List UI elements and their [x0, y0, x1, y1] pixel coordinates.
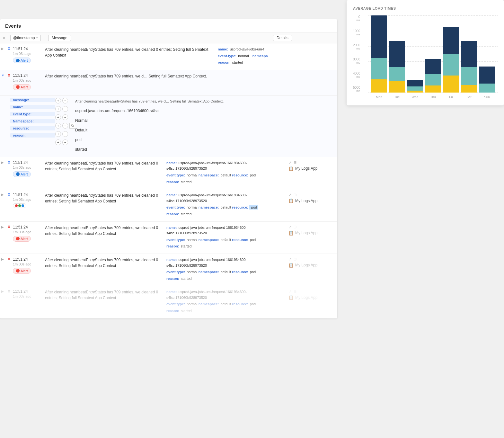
row1-message: After cleaning heartbeatEntryStates has … — [42, 43, 215, 70]
filter-exclude-eventtype[interactable]: − — [62, 114, 68, 120]
row4-badge[interactable] — [13, 203, 26, 208]
row7-app-link[interactable]: 📋 My Logs App — [288, 295, 317, 300]
y-label-1000: 1000 — [353, 30, 360, 33]
filter-exclude-name[interactable]: − — [62, 106, 68, 112]
row2-dot — [8, 74, 10, 76]
row2-message: After cleaning heartbeatEntryStates has … — [42, 70, 215, 95]
bar-group-thu — [425, 15, 441, 93]
row7-et-val: normal — [186, 302, 198, 306]
row4-et-key: event.type: — [166, 205, 185, 209]
filter-include-eventtype[interactable]: + — [55, 114, 61, 120]
row7-grid-icon[interactable]: ⊞ — [294, 290, 296, 294]
y-unit-2000: ms — [356, 47, 360, 50]
row7-dot — [8, 290, 10, 292]
row3-expand-icon[interactable]: ↗ — [288, 160, 292, 165]
row4-grid-icon[interactable]: ⊞ — [294, 193, 296, 197]
bar-stack-fri — [443, 22, 459, 93]
row6-grid-icon[interactable]: ⊞ — [294, 257, 296, 261]
ctrl-group-namespace: + − ⧉ — [55, 123, 75, 129]
filter-include-resource[interactable]: + — [55, 131, 61, 137]
row4-toggle[interactable]: ▶ — [0, 189, 8, 221]
row3-toggle[interactable]: ▶ — [0, 157, 8, 189]
row1-timestamp: 11:51:24 1m 03s ago 🔵 Alert — [10, 43, 42, 70]
y-label-2000: 2000 — [353, 44, 360, 47]
row2-toggle[interactable]: ▼ — [0, 70, 8, 95]
filter-include-reason[interactable]: + — [55, 139, 61, 145]
row1-name-key: name: — [218, 47, 228, 51]
row3-reason-key: reason: — [166, 180, 179, 184]
events-panel: Events ✕ @timestamp ▾ Message Details ▶ — [0, 19, 337, 318]
row5-grid-icon[interactable]: ⊞ — [294, 225, 296, 229]
row7-ns-key: namespace: — [199, 302, 219, 306]
row4-expand-icon[interactable]: ↗ — [288, 192, 292, 197]
row4-app-link[interactable]: 📋 My Logs App — [288, 198, 317, 203]
bar-stack-wed — [407, 62, 423, 93]
row5-dot — [8, 226, 10, 228]
field-val-reason: started — [75, 146, 327, 153]
row1-dot — [8, 47, 10, 50]
row5-expand-icon[interactable]: ↗ — [288, 225, 292, 229]
filter-include-message[interactable]: + — [55, 98, 61, 103]
row1-toggle[interactable]: ▶ — [0, 43, 8, 70]
row5-badge[interactable]: 🔴 Alert — [13, 236, 31, 242]
row3-app-icon: 📋 — [288, 166, 294, 171]
row4-badge-colors — [15, 204, 24, 207]
bar-seg-thu-dark — [425, 59, 441, 74]
filter-exclude-message[interactable]: − — [62, 98, 68, 103]
row4-ns-val: default — [219, 205, 231, 209]
row3-app-link[interactable]: 📋 My Logs App — [288, 166, 317, 171]
chart-area: 5000 ms 4000 ms 3000 ms 2000 ms 1000 m — [353, 15, 498, 99]
filter-exclude-namespace[interactable]: − — [62, 123, 68, 129]
row6-app-label: My Logs App — [295, 263, 317, 267]
filter-include-name[interactable]: + — [55, 106, 61, 112]
row7-action-group: ↗ ⊞ 📋 My Logs App — [288, 289, 317, 300]
row1-badge[interactable]: 🔵 Alert — [13, 58, 31, 63]
y-label-5000: 5000 — [353, 86, 360, 89]
details-column-button[interactable]: Details — [273, 35, 292, 41]
bar-group-sun — [479, 15, 495, 93]
message-column-button[interactable]: Message — [48, 35, 71, 41]
row6-expand-icon[interactable]: ↗ — [288, 257, 292, 262]
row7-ns-val: default — [219, 302, 231, 306]
field-val-name: usprod-java-jobs-um-frequent-1661934600-… — [75, 107, 327, 114]
row1-ago: 1m 03s ago — [13, 52, 40, 56]
row3-ago: 1m 03s ago — [13, 165, 40, 169]
x-label-fri: Fri — [443, 95, 459, 99]
y-unit-1000: ms — [356, 33, 360, 36]
event-row-2: ▼ 11:51:24 1m 03s ago 🔴 Alert After clea… — [0, 70, 337, 96]
bar-seg-sun-teal — [479, 84, 495, 93]
bar-seg-mon-dark — [371, 15, 387, 58]
row5-reason-key: reason: — [166, 244, 179, 248]
filter-include-namespace[interactable]: + — [55, 123, 61, 129]
row2-badge[interactable]: 🔴 Alert — [13, 84, 31, 90]
row5-time: 11:51:24 — [13, 225, 40, 229]
row6-reason-key: reason: — [166, 277, 179, 281]
row3-badge[interactable]: 🔵 Alert — [13, 171, 31, 177]
row3-action-row: ↗ ⊞ — [288, 160, 317, 165]
row7-expand-icon[interactable]: ↗ — [288, 289, 292, 294]
field-val-resource: pod — [75, 136, 327, 143]
bar-group-tue — [389, 15, 405, 93]
row7-toggle[interactable]: ▶ — [0, 286, 8, 318]
y-label-4000: 4000 — [353, 72, 360, 75]
timestamp-column-button[interactable]: @timestamp ▾ — [10, 35, 41, 41]
row6-badge[interactable]: 🔴 Alert — [13, 268, 31, 274]
row5-app-link[interactable]: 📋 My Logs App — [288, 231, 317, 236]
bar-seg-sun-dark — [479, 67, 495, 84]
events-table-header: ✕ @timestamp ▾ Message Details — [0, 33, 337, 43]
row3-name-val: usprod-java-jobs-um-frequent-1661934600-… — [166, 161, 247, 171]
bar-seg-sat-teal — [461, 67, 477, 85]
ctrl-group-reason: + − — [55, 139, 75, 145]
row6-details: name: usprod-java-jobs-um-frequent-16619… — [164, 254, 286, 286]
row6-toggle[interactable]: ▶ — [0, 254, 8, 286]
row3-grid-icon[interactable]: ⊞ — [294, 160, 296, 165]
row6-app-link[interactable]: 📋 My Logs App — [288, 263, 317, 268]
copy-namespace[interactable]: ⧉ — [69, 123, 75, 129]
collapse-all-icon[interactable]: ✕ — [3, 36, 5, 40]
row5-toggle[interactable]: ▶ — [0, 222, 8, 254]
filter-exclude-reason[interactable]: − — [62, 139, 68, 145]
filter-exclude-resource[interactable]: − — [62, 131, 68, 137]
bar-group-fri — [443, 15, 459, 93]
bar-seg-tue-yellow — [389, 81, 405, 93]
row5-action-group: ↗ ⊞ 📋 My Logs App — [288, 225, 317, 236]
